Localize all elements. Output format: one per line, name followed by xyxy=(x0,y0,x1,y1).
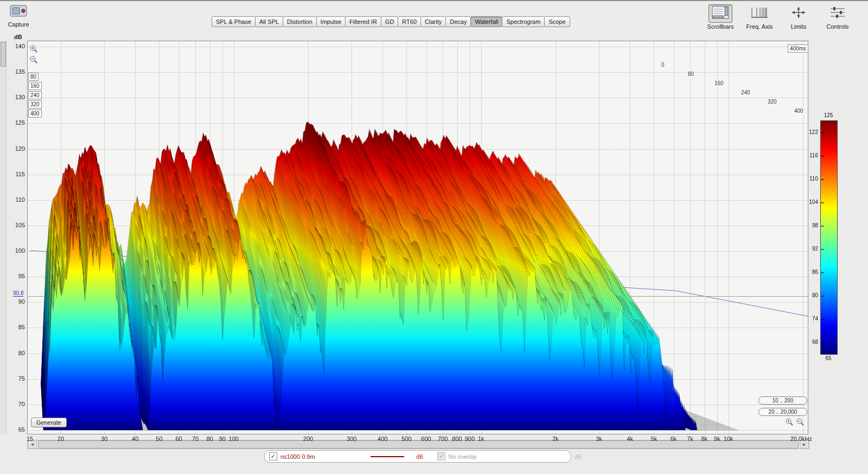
scroll-left-arrow[interactable]: ◄ xyxy=(28,440,37,449)
trace-line-sample xyxy=(371,456,404,457)
overlay-unit: dB xyxy=(574,453,581,460)
colorbar xyxy=(820,120,838,355)
vertical-scrollbar[interactable] xyxy=(0,41,7,434)
horizontal-scrollbar[interactable]: ◄ ► xyxy=(27,440,809,449)
horizontal-scrollbar-thumb[interactable] xyxy=(38,440,799,449)
horizontal-scrollbar-track[interactable] xyxy=(37,440,800,449)
trace-unit: dB xyxy=(416,453,423,460)
freq-range-20-20000-button[interactable]: 20 .. 20,000 xyxy=(758,408,807,416)
waterfall-plot[interactable] xyxy=(0,0,868,474)
trace-name: ns1000 0.9m xyxy=(280,453,337,460)
zoom-out-x-icon[interactable] xyxy=(796,418,805,426)
vertical-scrollbar-thumb[interactable] xyxy=(1,42,6,67)
overlay-checkbox[interactable]: ✓ xyxy=(437,452,445,460)
scroll-right-arrow[interactable]: ► xyxy=(800,440,809,449)
generate-button[interactable]: Generate xyxy=(31,418,67,427)
zoom-in-y-icon[interactable] xyxy=(29,44,38,53)
overlay-name: No overlay xyxy=(448,453,498,460)
freq-range-10-200-button[interactable]: 10 .. 200 xyxy=(758,396,807,405)
zoom-in-x-icon[interactable] xyxy=(785,418,794,426)
zoom-out-y-icon[interactable] xyxy=(29,55,38,64)
trace-checkbox[interactable]: ✓ xyxy=(269,452,277,460)
trace-legend: ✓ ns1000 0.9m dB ✓ No overlay dB xyxy=(264,450,571,463)
